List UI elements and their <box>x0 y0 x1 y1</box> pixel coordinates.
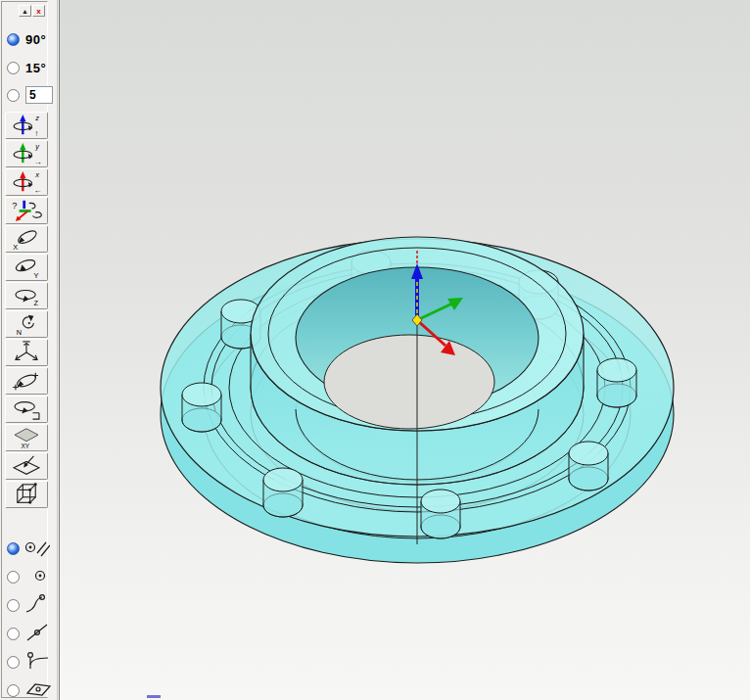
cube-view-button[interactable] <box>5 481 48 508</box>
center-point-option[interactable] <box>7 563 50 591</box>
rotate-about-x-button[interactable]: x ← <box>5 168 48 196</box>
panel-window-controls: ▲ x <box>19 5 45 17</box>
rotation-buttons: z ↑ y → <box>5 112 48 509</box>
orbit-n-button[interactable]: N <box>5 310 48 338</box>
point-on-edge-icon <box>24 537 50 561</box>
rotation-center-options <box>7 535 50 700</box>
center-point-radio[interactable] <box>7 571 20 583</box>
rotate-x-axis-letter: x <box>34 170 39 179</box>
rotate-x-direction-arrow: ← <box>33 185 41 194</box>
bolt-hole <box>263 468 303 517</box>
orbit-n-label: N <box>17 328 22 336</box>
bore-floor <box>324 335 494 429</box>
point-icon <box>30 566 50 589</box>
point-on-face-icon <box>24 679 52 700</box>
rotate-about-z-button[interactable]: z ↑ <box>5 112 48 139</box>
orbit-x-button[interactable]: X <box>5 225 48 253</box>
rotation-tool-panel: ▲ x 90° 15° z ↑ <box>0 0 58 700</box>
angle-90-option[interactable]: 90° <box>7 29 46 49</box>
angle-15-option[interactable]: 15° <box>7 58 46 77</box>
bolt-hole <box>182 383 221 432</box>
angle-15-radio[interactable] <box>7 62 20 74</box>
flange-model <box>60 0 750 700</box>
center-point-on-corner-radio[interactable] <box>7 656 20 669</box>
angle-90-radio[interactable] <box>7 33 20 46</box>
close-panel-button[interactable]: x <box>32 5 45 17</box>
axes-tripod-button[interactable] <box>5 339 48 366</box>
center-point-on-corner-option[interactable] <box>7 648 50 677</box>
view-to-plane-button[interactable] <box>5 452 48 480</box>
panel-frame: ▲ x 90° 15° z ↑ <box>1 1 48 698</box>
center-point-on-edge-radio[interactable] <box>7 542 20 555</box>
xy-plane-label: XY <box>21 443 29 449</box>
angle-15-label: 15° <box>25 61 46 75</box>
xy-plane-button[interactable]: XY <box>5 424 48 451</box>
center-point-on-face-radio[interactable] <box>7 684 20 697</box>
center-point-on-line-option[interactable] <box>7 620 50 648</box>
rotate-help-button[interactable]: ? <box>5 197 48 224</box>
rotate-z-direction-arrow: ↑ <box>34 128 38 137</box>
collapse-panel-button[interactable]: ▲ <box>19 5 31 17</box>
rotate-perpendicular-button[interactable] <box>5 396 48 423</box>
center-point-on-curve-option[interactable] <box>7 591 50 620</box>
orbit-y-button[interactable]: Y <box>5 254 48 281</box>
center-point-on-curve-radio[interactable] <box>7 599 20 612</box>
rotate-z-axis-letter: z <box>34 114 39 122</box>
model-viewport[interactable] <box>59 0 750 700</box>
bolt-hole <box>597 358 636 407</box>
bolt-hole <box>421 490 460 538</box>
rotate-y-direction-arrow: → <box>33 157 41 165</box>
center-point-on-face-option[interactable] <box>7 677 50 700</box>
point-on-curve-icon <box>24 594 50 618</box>
angle-step-input[interactable] <box>25 86 53 104</box>
orbit-y-label: Y <box>33 271 38 279</box>
angle-90-label: 90° <box>25 32 46 47</box>
angle-custom-option[interactable] <box>7 85 53 105</box>
rotate-y-axis-letter: y <box>34 142 40 151</box>
free-rotate-button[interactable] <box>5 367 48 395</box>
orbit-z-label: Z <box>33 299 38 307</box>
help-question-glyph: ? <box>12 201 17 210</box>
orbit-x-label: X <box>13 243 18 251</box>
point-on-corner-icon <box>24 651 50 675</box>
rotate-about-y-button[interactable]: y → <box>5 140 48 167</box>
point-on-line-icon <box>24 623 50 646</box>
angle-custom-radio[interactable] <box>7 89 20 102</box>
center-point-on-line-radio[interactable] <box>7 628 20 640</box>
bolt-hole <box>569 442 608 490</box>
orbit-z-button[interactable]: Z <box>5 282 48 309</box>
center-point-on-edge-option[interactable] <box>7 535 50 563</box>
caret-mark <box>147 695 161 698</box>
